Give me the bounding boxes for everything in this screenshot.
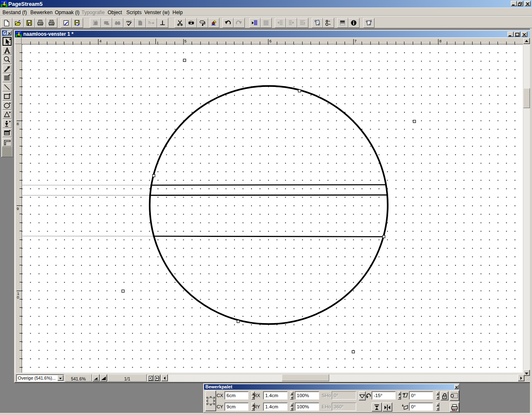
svg-text:h: h [148,20,151,25]
svg-text:7: 7 [355,39,357,43]
svg-text:0: 0 [17,295,19,299]
svg-text:8: 8 [439,39,441,43]
svg-text:5: 5 [185,39,187,43]
svg-text:6: 6 [269,39,271,43]
svg-text:4: 4 [99,39,101,43]
svg-text:1: 1 [370,20,372,22]
svg-text:8: 8 [17,121,19,126]
svg-text:9: 9 [17,206,19,211]
